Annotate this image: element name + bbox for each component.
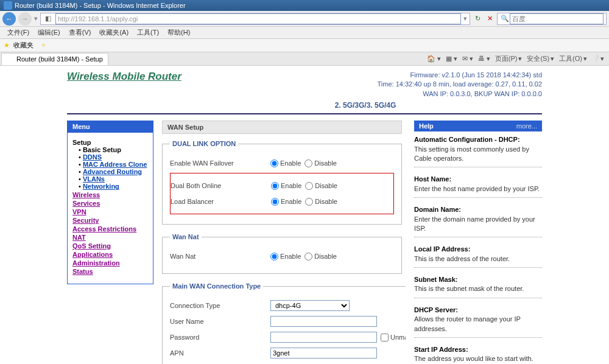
lb-label: Load Balancer [171,198,271,205]
ctype-select[interactable]: dhcp-4G [270,300,350,311]
failover-label: Enable WAN Failover [170,159,270,167]
page-icon: ◧ [43,14,53,24]
tools-menu[interactable]: 工具(O) ▾ [559,54,587,63]
help-icon[interactable]: ❔▾ [592,55,604,63]
help-more-link[interactable]: more... [516,122,537,130]
menu-帮助(H)[interactable]: 帮助(H) [164,27,194,38]
apn-input[interactable] [270,348,377,359]
failover-disable[interactable] [304,159,312,167]
sidebar-section-setup: Setup [72,139,148,146]
add-fav-icon[interactable]: ✧ [41,41,46,49]
mail-icon[interactable]: ✉ ▾ [462,55,473,63]
failover-enable[interactable] [270,159,278,167]
favorites-label[interactable]: 收藏夹 [13,41,33,50]
menu-查看(V)[interactable]: 查看(V) [65,27,95,38]
back-button[interactable]: ← [2,12,16,26]
wannat-label: Wan Nat [170,253,270,260]
sidebar-item: VLANs [79,175,148,183]
wan-setup-header: WAN Setup [162,121,402,134]
help-item: Start IP Address:The address you would l… [414,345,542,364]
sidebar-root-link[interactable]: VPN [72,208,148,215]
search-icon: 🔍 [500,14,510,24]
page-header: Wireless Mobile Router Firmware: v2.1.0 … [0,66,609,101]
wannat-disable[interactable] [304,253,312,261]
user-label: User Name [170,318,270,325]
dual-link-legend: DUAL LINK OPTION [170,140,238,147]
window-titlebar: Router (build 3184M) - Setup - Windows I… [0,0,609,11]
url-input[interactable] [55,13,461,24]
both-disable[interactable] [305,182,313,190]
ctype-label: Connection Type [170,302,270,309]
user-input[interactable] [270,316,377,327]
main-panel: WAN Setup DUAL LINK OPTION Enable WAN Fa… [162,121,406,364]
sidebar-link[interactable]: Advanced Routing [83,168,142,175]
menu-文件(F)[interactable]: 文件(F) [4,27,33,38]
home-icon[interactable]: 🏠 ▾ [427,55,441,63]
window-title: Router (build 3184M) - Setup - Windows I… [15,2,186,9]
conn-legend: Main WAN Connection Type [170,282,263,290]
help-title: Help [419,122,434,130]
forward-button[interactable]: → [18,12,32,26]
sidebar-item: Advanced Routing [79,168,148,175]
sidebar: Menu Setup Basic SetupDDNSMAC Address Cl… [67,121,153,364]
header-sub: 2. 5G/3G/3. 5G/4G [122,101,609,113]
sidebar-link[interactable]: MAC Address Clone [83,161,147,168]
sidebar-root-link[interactable]: Status [72,268,148,275]
pass-input[interactable] [270,332,377,343]
tab-tools: 🏠 ▾ ▦ ▾ ✉ ▾ 🖶 ▾ 页面(P) ▾ 安全(S) ▾ 工具(O) ▾ … [427,54,609,63]
lb-disable[interactable] [305,198,313,206]
page-menu[interactable]: 页面(P) ▾ [495,54,523,63]
tab-icon [7,55,14,63]
stop-icon[interactable]: ✕ [485,14,495,24]
tab-active[interactable]: Router (build 3184M) - Setup [1,53,108,65]
lb-enable[interactable] [271,198,279,206]
help-panel: Help more... Automatic Configuration - D… [414,121,542,364]
help-item: Automatic Configuration - DHCP:This sett… [414,135,542,167]
wannat-legend: Wan Nat [170,233,202,240]
wannat-enable[interactable] [270,253,278,261]
unmask-chk[interactable] [381,334,389,341]
firmware-line: Firmware: v2.1.0 (Jun 15 2018 14:42:34) … [378,71,543,80]
sidebar-root-link[interactable]: NAT [72,234,148,241]
print-icon[interactable]: 🖶 ▾ [478,55,490,63]
time-line: Time: 14:32:40 up 8 min, load average: 0… [378,80,543,89]
help-item: DHCP Server:Allows the router to manage … [414,306,542,338]
ie-icon [4,1,12,10]
refresh-icon[interactable]: ↻ [473,14,482,24]
feed-icon[interactable]: ▦ ▾ [446,55,457,63]
help-item: Local IP Address:This is the address of … [414,245,542,268]
sidebar-link[interactable]: DDNS [83,153,102,161]
menu-编辑(E)[interactable]: 编辑(E) [34,27,64,38]
sidebar-root-link[interactable]: Applications [72,251,148,258]
dual-link-fieldset: DUAL LINK OPTION Enable WAN Failover Ena… [162,140,402,225]
wannat-fieldset: Wan Nat Wan Nat Enable Disable [162,233,402,274]
help-item: Host Name:Enter the host name provided b… [414,175,542,198]
sidebar-root-link[interactable]: Services [72,200,148,207]
both-enable[interactable] [271,182,279,190]
sidebar-root-link[interactable]: Access Restrictions [72,225,148,233]
nav-toolbar: ← → ▾ ◧ ▾ ↻ ✕ 🔍 [0,11,609,27]
sidebar-item: Basic Setup [79,146,148,153]
safety-menu[interactable]: 安全(S) ▾ [527,54,554,63]
header-status: Firmware: v2.1.0 (Jun 15 2018 14:42:34) … [378,71,543,99]
both-label: Dual Both Online [171,182,271,189]
tab-label: Router (build 3184M) - Setup [16,55,103,63]
address-bar[interactable]: ◧ ▾ [40,13,470,25]
search-input[interactable] [510,13,604,24]
conn-fieldset: Main WAN Connection Type Connection Type… [162,282,406,364]
menu-工具(T)[interactable]: 工具(T) [133,27,163,38]
page-content: Wireless Mobile Router Firmware: v2.1.0 … [0,66,609,364]
apn-label: APN [170,349,270,357]
star-icon[interactable]: ★ [4,41,10,49]
search-box[interactable]: 🔍 [497,13,607,25]
sidebar-link[interactable]: Networking [83,183,119,190]
router-title: Wireless Mobile Router [67,71,181,83]
sidebar-root-link[interactable]: Wireless [72,191,148,198]
sidebar-root-link[interactable]: Security [72,217,148,224]
menu-收藏夹(A)[interactable]: 收藏夹(A) [96,27,132,38]
wanip-line: WAN IP: 0.0.3.0, BKUP WAN IP: 0.0.0.0 [378,89,543,99]
sidebar-link[interactable]: VLANs [83,175,105,183]
sidebar-root-link[interactable]: Administration [72,259,148,267]
sidebar-link[interactable]: Basic Setup [83,146,121,153]
sidebar-root-link[interactable]: QoS Setting [72,242,148,250]
